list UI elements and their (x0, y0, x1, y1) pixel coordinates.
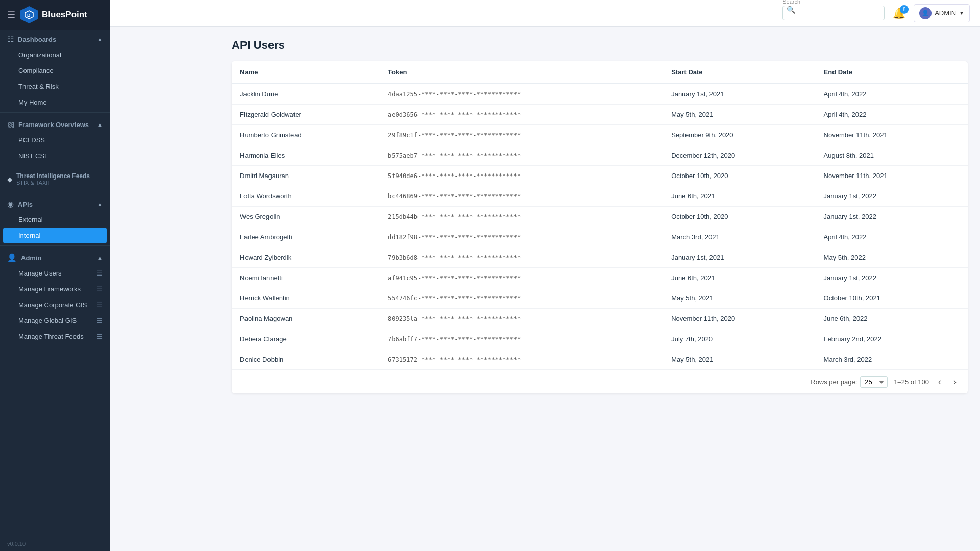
hamburger-icon[interactable]: ☰ (7, 9, 15, 20)
chevron-up-icon: ▲ (97, 36, 103, 42)
cell-start-date: May 5th, 2021 (663, 288, 815, 309)
rows-per-page-label: Rows per page: (811, 378, 857, 386)
table-row: Lotta Wordsworth bc446869-****-****-****… (232, 186, 968, 207)
cell-start-date: May 5th, 2021 (663, 105, 815, 125)
admin-menu-button[interactable]: 👤 ADMIN ▼ (914, 4, 970, 22)
sidebar-item-my-home[interactable]: My Home (0, 94, 110, 110)
sidebar-item-manage-users[interactable]: Manage Users ☰ (0, 265, 110, 281)
sidebar-section-admin[interactable]: 👤 Admin ▲ (0, 248, 110, 265)
search-label: Search (782, 0, 800, 5)
cell-end-date: February 2nd, 2022 (816, 329, 968, 349)
cell-end-date: October 10th, 2021 (816, 288, 968, 309)
cell-start-date: December 12th, 2020 (663, 145, 815, 166)
cell-token: 67315172-****-****-****-************ (380, 349, 663, 370)
cell-name: Fitzgerald Goldwater (232, 105, 380, 125)
chevron-up-icon-3: ▲ (97, 201, 103, 207)
cell-end-date: April 4th, 2022 (816, 84, 968, 105)
manage-global-gis-list-icon: ☰ (96, 317, 103, 324)
cell-name: Farlee Ambrogetti (232, 227, 380, 247)
sidebar-item-manage-threat-feeds[interactable]: Manage Threat Feeds ☰ (0, 329, 110, 344)
cell-token: 215db44b-****-****-****-************ (380, 207, 663, 227)
cell-end-date: April 4th, 2022 (816, 227, 968, 247)
table-row: Jacklin Durie 4daa1255-****-****-****-**… (232, 84, 968, 105)
main-content: API Users Name Token Start Date End Date… (219, 27, 980, 551)
topbar: Search 🔍 🔔 8 👤 ADMIN ▼ (110, 0, 980, 27)
sidebar-item-nist-csf[interactable]: NIST CSF (0, 148, 110, 164)
sidebar-section-admin-label: Admin (21, 254, 41, 262)
sidebar-section-framework[interactable]: ▧ Framework Overviews ▲ (0, 115, 110, 132)
rows-per-page-control: Rows per page: 25 50 100 (811, 376, 888, 388)
sidebar-item-threat-risk[interactable]: Threat & Risk (0, 79, 110, 94)
table-row: Humberto Grimstead 29f89c1f-****-****-**… (232, 125, 968, 145)
cell-name: Harmonia Elies (232, 145, 380, 166)
framework-icon: ▧ (7, 120, 14, 129)
search-container: Search 🔍 (782, 6, 885, 20)
cell-token: 5f940de6-****-****-****-************ (380, 166, 663, 186)
rows-per-page-select[interactable]: 25 50 100 (860, 376, 888, 388)
api-icon: ◉ (7, 199, 14, 209)
sidebar-item-internal[interactable]: Internal (3, 228, 107, 243)
manage-corp-gis-list-icon: ☰ (96, 301, 103, 309)
table-row: Wes Gregolin 215db44b-****-****-****-***… (232, 207, 968, 227)
table-row: Fitzgerald Goldwater ae0d3656-****-****-… (232, 105, 968, 125)
cell-start-date: October 10th, 2020 (663, 207, 815, 227)
notifications-badge: 8 (900, 5, 909, 14)
search-input[interactable] (782, 6, 885, 20)
sidebar-section-framework-label: Framework Overviews (18, 121, 89, 129)
sidebar-item-threat-intel[interactable]: ◆ Threat Intelligence Feeds STIX & TAXII (0, 168, 110, 190)
cell-token: 79b3b6d8-****-****-****-************ (380, 247, 663, 268)
chevron-up-icon-4: ▲ (97, 255, 103, 261)
next-page-button[interactable]: › (950, 375, 960, 388)
sidebar-item-manage-global-gis[interactable]: Manage Global GIS ☰ (0, 313, 110, 329)
manage-users-list-icon: ☰ (96, 269, 103, 277)
sidebar-section-dashboards[interactable]: ☷ Dashboards ▲ (0, 30, 110, 47)
cell-start-date: June 6th, 2021 (663, 186, 815, 207)
cell-token: 554746fc-****-****-****-************ (380, 288, 663, 309)
table-row: Denice Dobbin 67315172-****-****-****-**… (232, 349, 968, 370)
cell-end-date: January 1st, 2022 (816, 268, 968, 288)
search-icon: 🔍 (787, 6, 795, 14)
cell-end-date: November 11th, 2021 (816, 166, 968, 186)
table-row: Dmitri Magauran 5f940de6-****-****-****-… (232, 166, 968, 186)
cell-end-date: May 5th, 2022 (816, 247, 968, 268)
divider-2 (0, 166, 110, 166)
sidebar-item-external[interactable]: External (0, 212, 110, 228)
table-footer: Rows per page: 25 50 100 1–25 of 100 ‹ › (232, 370, 968, 393)
table-row: Herrick Wallentin 554746fc-****-****-***… (232, 288, 968, 309)
api-users-table-container: Name Token Start Date End Date Jacklin D… (232, 61, 968, 393)
sidebar-item-compliance[interactable]: Compliance (0, 63, 110, 79)
col-end-date: End Date (816, 61, 968, 84)
cell-start-date: June 6th, 2021 (663, 268, 815, 288)
svg-text:B: B (27, 13, 31, 18)
col-token: Token (380, 61, 663, 84)
app-name: BluesPoint (42, 10, 87, 20)
sidebar: ☰ B BluesPoint ☷ Dashboards ▲ Organizati… (0, 0, 110, 551)
cell-end-date: January 1st, 2022 (816, 186, 968, 207)
table-row: Noemi Iannetti af941c95-****-****-****-*… (232, 268, 968, 288)
sidebar-item-manage-corporate-gis[interactable]: Manage Corporate GIS ☰ (0, 297, 110, 313)
sidebar-item-manage-frameworks[interactable]: Manage Frameworks ☰ (0, 281, 110, 297)
divider (0, 112, 110, 113)
admin-label: ADMIN (935, 9, 956, 17)
cell-start-date: November 11th, 2020 (663, 309, 815, 329)
sidebar-item-pci-dss[interactable]: PCI DSS (0, 132, 110, 148)
sidebar-section-apis-label: APIs (18, 201, 33, 208)
cell-token: 4daa1255-****-****-****-************ (380, 84, 663, 105)
cell-name: Herrick Wallentin (232, 288, 380, 309)
divider-3 (0, 192, 110, 192)
dashboard-icon: ☷ (7, 35, 14, 44)
sidebar-section-apis[interactable]: ◉ APIs ▲ (0, 194, 110, 212)
table-row: Farlee Ambrogetti dd182f98-****-****-***… (232, 227, 968, 247)
cell-name: Dmitri Magauran (232, 166, 380, 186)
cell-name: Paolina Magowan (232, 309, 380, 329)
notifications-button[interactable]: 🔔 8 (893, 7, 905, 19)
admin-avatar: 👤 (919, 7, 932, 19)
cell-token: ae0d3656-****-****-****-************ (380, 105, 663, 125)
cell-end-date: March 3rd, 2022 (816, 349, 968, 370)
prev-page-button[interactable]: ‹ (935, 375, 944, 388)
cell-name: Debera Clarage (232, 329, 380, 349)
cell-token: dd182f98-****-****-****-************ (380, 227, 663, 247)
table-row: Harmonia Elies b575aeb7-****-****-****-*… (232, 145, 968, 166)
version-label: v0.0.10 (0, 537, 110, 551)
sidebar-item-organizational[interactable]: Organizational (0, 47, 110, 63)
